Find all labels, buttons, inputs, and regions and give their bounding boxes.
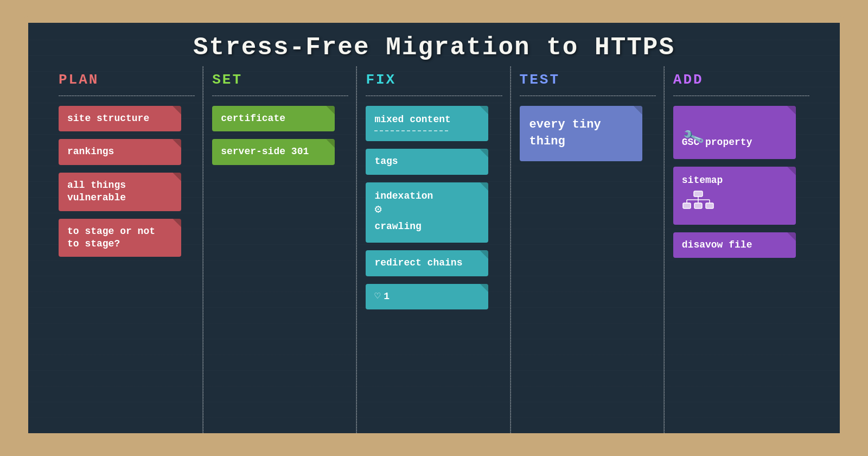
svg-rect-2 [694,203,702,208]
sitemap-text: sitemap [682,175,723,186]
column-add: ADD 🔧 GSC property sitemap [665,72,818,317]
blackboard: Stress-Free Migration to HTTPS PLAN site… [22,16,846,440]
redirect-chains-text: redirect chains [374,257,462,268]
svg-rect-3 [706,203,713,208]
col-header-test: TEST [520,72,560,88]
mixed-content-text: mixed content [374,114,450,125]
card-heart-badge: ♡ 1 [366,284,488,309]
card-server-side-301: server-side 301 [212,139,335,164]
col-header-fix: FIX [366,72,396,88]
divider-add [673,96,809,96]
card-certificate: certificate [212,106,335,131]
col-header-set: SET [212,72,242,88]
svg-rect-0 [694,191,703,197]
columns-container: PLAN site structure rankings all things … [50,72,818,317]
card-indexation-crawling: indexation ⚙️ crawling [366,182,488,243]
divider-test [520,96,656,96]
card-rankings: rankings [59,139,181,164]
heart-badge-content: ♡ 1 [374,290,480,303]
column-set: SET certificate server-side 301 [203,72,357,317]
heart-count: 1 [384,290,390,303]
divider-fix [366,96,502,96]
card-disavow-file: disavow file [673,232,796,258]
heart-icon: ♡ [374,290,380,303]
gear-icon: ⚙️ [374,202,381,218]
indexation-text: indexation [374,190,480,202]
card-gsc-property: 🔧 GSC property [673,106,796,159]
card-every-tiny-thing: every tiny thing [520,106,642,161]
card-redirect-chains: redirect chains [366,250,488,276]
card-mixed-content: mixed content [366,106,488,141]
card-all-things-vulnerable: all things vulnerable [59,173,181,211]
card-to-stage: to stage or not to stage? [59,219,181,257]
every-tiny-thing-text: every tiny thing [529,118,601,148]
sitemap-icon [682,190,787,215]
divider-set [212,96,348,96]
col-header-plan: PLAN [59,72,99,88]
col-header-add: ADD [673,72,704,88]
column-test: TEST every tiny thing [511,72,665,317]
card-sitemap: sitemap [673,167,796,225]
column-plan: PLAN site structure rankings all things … [50,72,203,317]
svg-rect-1 [683,203,691,208]
divider-plan [59,96,195,96]
column-fix: FIX mixed content tags indexation ⚙️ cra… [357,72,510,317]
card-site-structure: site structure [59,106,181,131]
disavow-file-text: disavow file [682,239,752,250]
page-title: Stress-Free Migration to HTTPS [50,34,818,62]
card-tags: tags [366,149,488,174]
mixed-content-underline [374,130,448,131]
crawling-text: crawling [374,220,480,233]
